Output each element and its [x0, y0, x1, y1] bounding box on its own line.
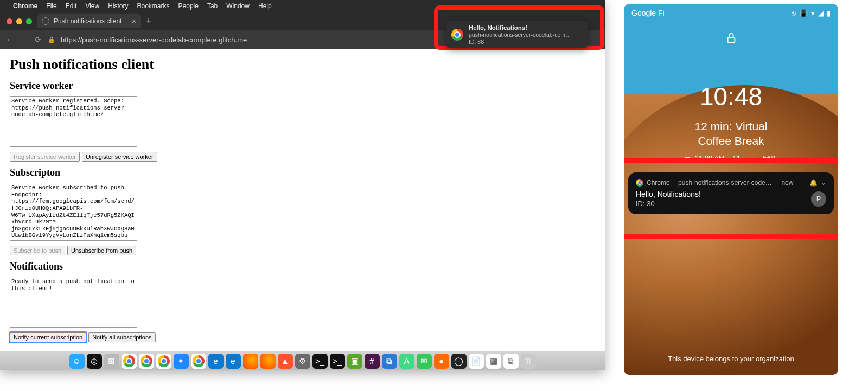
dock-android-studio[interactable]: A	[399, 354, 414, 369]
dock-chrome-4[interactable]	[191, 354, 206, 369]
dock-edge-1[interactable]: e	[208, 354, 224, 369]
dock-launchpad[interactable]: ⊞	[104, 354, 119, 369]
dock-chrome-2[interactable]	[139, 354, 154, 369]
chrome-icon	[636, 179, 643, 187]
toast-id: ID: 88	[469, 39, 572, 46]
notif-app: Chrome	[647, 179, 670, 187]
notif-id: ID: 30	[636, 200, 701, 208]
dock-messages[interactable]: ✉	[417, 354, 432, 369]
menu-history[interactable]: History	[108, 2, 128, 10]
dock-brave[interactable]: ▲	[278, 354, 293, 369]
dock-camtasia[interactable]: ▣	[347, 354, 362, 369]
wifi-icon: ▾	[811, 9, 815, 17]
window-close-icon[interactable]	[7, 18, 12, 24]
notif-age: now	[781, 179, 793, 187]
carrier-label: Google Fi	[631, 9, 665, 17]
dock-edge-2[interactable]: e	[226, 354, 241, 369]
svg-rect-0	[727, 37, 735, 42]
window-controls	[3, 18, 37, 24]
dock-notes[interactable]: 📄	[469, 354, 484, 369]
service-worker-status[interactable]	[10, 96, 137, 147]
dock-firefox-2[interactable]	[260, 354, 276, 369]
expand-icon[interactable]: ⌄	[821, 179, 826, 187]
battery-icon: ▮	[827, 9, 831, 17]
menu-help[interactable]: Help	[258, 2, 272, 10]
window-minimize-icon[interactable]	[16, 18, 22, 24]
dock-finder[interactable]: ☺	[69, 354, 85, 369]
signal-icon: ◢	[818, 9, 824, 17]
unsubscribe-button[interactable]: Unsubscribe from push	[67, 246, 136, 255]
vibrate-icon: 📳	[799, 9, 808, 17]
notify-current-button[interactable]: Notify current subscription	[10, 332, 86, 342]
mac-dock: ☺◎⊞✦ee▲⚙>_>_▣#⧉A✉●◯📄▦⧉🗑	[0, 351, 605, 370]
lock-icon[interactable]	[624, 32, 838, 47]
subscription-status[interactable]	[10, 183, 137, 241]
dock-settings[interactable]: ⚙	[295, 354, 310, 369]
menu-file[interactable]: File	[46, 2, 56, 10]
android-notification-card[interactable]: Chrome · push-notifications-server-codel…	[628, 172, 834, 214]
dock-trash[interactable]: 🗑	[521, 354, 536, 369]
dock-aperture[interactable]: ◯	[451, 354, 467, 369]
unregister-sw-button[interactable]: Unregister service worker	[82, 152, 157, 162]
notif-source: push-notifications-server-codelab-co…	[678, 179, 773, 187]
status-icons: ⎋ 📳 ▾ ◢ ▮	[792, 9, 831, 17]
nav-back-icon[interactable]: ←	[5, 35, 14, 44]
nav-reload-icon[interactable]: ⟳	[34, 35, 42, 44]
menu-window[interactable]: Window	[226, 2, 250, 10]
favicon-globe-icon	[42, 17, 49, 25]
menu-edit[interactable]: Edit	[66, 2, 77, 10]
menu-tab[interactable]: Tab	[207, 2, 218, 10]
dock-vscode[interactable]: ⧉	[382, 354, 397, 369]
mac-chrome-window: Chrome File Edit View History Bookmarks …	[0, 0, 605, 370]
dock-chrome-3[interactable]	[156, 354, 171, 369]
dock-terminal-2[interactable]: >_	[330, 354, 345, 369]
lockscreen-clock: 10:48	[624, 82, 838, 111]
tab-close-icon[interactable]: ×	[132, 17, 136, 25]
cast-icon: ⎋	[792, 9, 796, 17]
lockscreen-footer: This device belongs to your organization	[624, 355, 838, 363]
menu-people[interactable]: People	[178, 2, 199, 10]
event-line-1: 12 min: Virtual	[695, 120, 768, 132]
menu-view[interactable]: View	[85, 2, 99, 10]
nav-forward-icon[interactable]: →	[20, 35, 28, 44]
section-heading-notifications: Notifications	[10, 261, 595, 272]
dock-unknown-orange[interactable]: ●	[434, 354, 449, 369]
section-heading-subscription: Subscripton	[10, 167, 595, 178]
chrome-icon	[451, 29, 463, 41]
register-sw-button: Register service worker	[10, 152, 80, 162]
window-zoom-icon[interactable]	[26, 18, 32, 24]
notif-avatar: P	[811, 191, 826, 207]
subscribe-button: Subscribe to push	[10, 246, 65, 255]
bell-icon[interactable]: 🔔	[809, 179, 818, 187]
toast-source: push-notifications-server-codelab-comple…	[469, 31, 572, 39]
dock-chrome-1[interactable]	[122, 354, 137, 369]
section-heading-service-worker: Service worker	[10, 80, 595, 92]
notif-title: Hello, Notifications!	[636, 190, 701, 198]
browser-tab[interactable]: Push notifications client ×	[37, 14, 141, 28]
dock-siri[interactable]: ◎	[87, 354, 102, 369]
lockscreen-event: 12 min: Virtual Coffee Break	[624, 119, 838, 149]
menu-bookmarks[interactable]: Bookmarks	[137, 2, 170, 10]
notifications-status[interactable]	[10, 277, 137, 328]
dock-safari[interactable]: ✦	[174, 354, 189, 369]
event-line-2: Coffee Break	[698, 134, 764, 147]
menu-chrome[interactable]: Chrome	[13, 2, 37, 10]
dock-terminal-1[interactable]: >_	[312, 354, 328, 369]
tab-title: Push notifications client	[54, 17, 122, 25]
dock-slack[interactable]: #	[365, 354, 380, 369]
lock-icon[interactable]: 🔒	[48, 36, 55, 43]
android-statusbar: Google Fi ⎋ 📳 ▾ ◢ ▮	[624, 4, 838, 22]
toast-title: Hello, Notifications!	[469, 24, 572, 31]
notify-all-button[interactable]: Notify all subscriptions	[88, 332, 155, 342]
dock-firefox-1[interactable]	[243, 354, 258, 369]
new-tab-button[interactable]: +	[141, 16, 157, 27]
dock-screenshot[interactable]: ⧉	[503, 354, 519, 369]
page-title: Push notifications client	[10, 56, 595, 73]
android-lockscreen: Google Fi ⎋ 📳 ▾ ◢ ▮ 10:48 12 min: Virtua…	[624, 4, 838, 375]
page-body: Push notifications client Service worker…	[0, 49, 605, 351]
dock-calendar[interactable]: ▦	[486, 354, 501, 369]
mac-notification-toast[interactable]: Hello, Notifications! push-notifications…	[446, 21, 588, 48]
